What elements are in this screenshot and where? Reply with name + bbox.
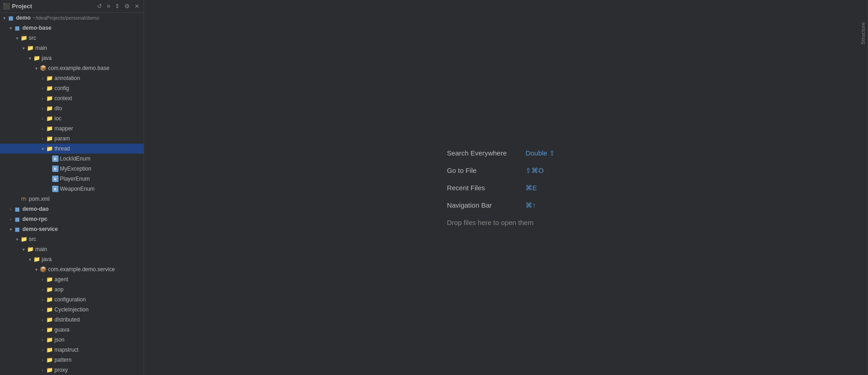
arrow-main-2[interactable] — [20, 247, 27, 252]
arrow-demo-base[interactable] — [7, 26, 14, 31]
collapse-all-button[interactable]: ≡ — [105, 2, 112, 11]
arrow-agent[interactable] — [39, 277, 46, 282]
tree-item-demo-service[interactable]: ◼ demo-service — [0, 224, 144, 234]
enum-icon-WeaponEnum: E — [52, 186, 59, 192]
arrow-CycleInjection[interactable] — [39, 307, 46, 312]
arrow-demo-service[interactable] — [7, 227, 14, 232]
tree-item-src-2[interactable]: 📁 src — [0, 234, 144, 244]
tree-item-json[interactable]: 📁 json — [0, 335, 144, 345]
tree-item-guava[interactable]: 📁 guava — [0, 325, 144, 335]
go-to-file-label: Go to File — [447, 166, 520, 174]
arrow-annotation[interactable] — [39, 76, 46, 81]
tree-item-MyException[interactable]: E MyException — [0, 164, 144, 174]
label-pattern: pattern — [54, 357, 71, 363]
tree-item-main-2[interactable]: 📁 main — [0, 244, 144, 254]
arrow-java-2[interactable] — [27, 257, 33, 262]
search-everywhere-row: Search Everywhere Double ⇧ — [447, 149, 555, 157]
tree-item-proxy[interactable]: 📁 proxy — [0, 365, 144, 375]
folder-icon-CycleInjection: 📁 — [46, 306, 53, 313]
tree-item-CycleInjection[interactable]: 📁 CycleInjection — [0, 305, 144, 315]
arrow-src-2[interactable] — [14, 237, 20, 242]
tree-item-LockIdEnum[interactable]: E LockIdEnum — [0, 154, 144, 164]
arrow-pkg-service[interactable] — [33, 267, 39, 272]
arrow-pkg-base[interactable] — [33, 66, 39, 71]
tree-item-java-2[interactable]: 📁 java — [0, 254, 144, 264]
recent-files-shortcut: ⌘E — [525, 184, 537, 192]
drop-files-label: Drop files here to open them — [447, 219, 555, 226]
tree-item-pkg-service[interactable]: 📦 com.example.demo.service — [0, 264, 144, 274]
enum-icon-LockIdEnum: E — [52, 155, 59, 162]
tree-item-PlayerEnum[interactable]: E PlayerEnum — [0, 174, 144, 184]
tree-item-pattern[interactable]: 📁 pattern — [0, 355, 144, 365]
tree-item-context[interactable]: 📁 context — [0, 93, 144, 103]
main-editor-area: Search Everywhere Double ⇧ Go to File ⇧⌘… — [144, 0, 858, 375]
folder-icon-thread: 📁 — [46, 145, 53, 152]
arrow-aop[interactable] — [39, 287, 46, 292]
arrow-demo-rpc[interactable] — [7, 217, 14, 222]
arrow-json[interactable] — [39, 338, 46, 343]
label-guava: guava — [54, 327, 70, 333]
tree-item-agent[interactable]: 📁 agent — [0, 274, 144, 284]
arrow-ioc[interactable] — [39, 116, 46, 121]
arrow-main-1[interactable] — [20, 46, 27, 51]
label-configuration: configuration — [54, 296, 86, 303]
expand-all-button[interactable]: ⇕ — [113, 2, 121, 11]
settings-button[interactable]: ⚙ — [123, 2, 131, 11]
tree-item-mapper[interactable]: 📁 mapper — [0, 123, 144, 134]
tree-item-ioc[interactable]: 📁 ioc — [0, 113, 144, 123]
tree-item-demo-dao[interactable]: ◼ demo-dao — [0, 204, 144, 214]
java-folder-icon: 📁 — [33, 54, 40, 62]
navigation-bar-shortcut: ⌘↑ — [525, 201, 536, 209]
tree-item-WeaponEnum[interactable]: E WeaponEnum — [0, 184, 144, 194]
tree-item-annotation[interactable]: 📁 annotation — [0, 73, 144, 83]
tree-item-pom-xml[interactable]: 𝗆 pom.xml — [0, 194, 144, 204]
folder-icon-pattern: 📁 — [46, 356, 53, 364]
folder-icon-dto: 📁 — [46, 105, 53, 112]
tree-item-configuration[interactable]: 📁 configuration — [0, 295, 144, 305]
reload-button[interactable]: ↺ — [96, 2, 103, 11]
tree-item-distributed[interactable]: 📁 distributed — [0, 315, 144, 325]
tree-item-aop[interactable]: 📁 aop — [0, 284, 144, 295]
arrow-guava[interactable] — [39, 327, 46, 332]
arrow-param[interactable] — [39, 136, 46, 141]
arrow-dto[interactable] — [39, 106, 46, 111]
arrow-proxy[interactable] — [39, 368, 46, 373]
label-CycleInjection: CycleInjection — [54, 306, 89, 313]
tree-item-mapstruct[interactable]: 📁 mapstruct — [0, 345, 144, 355]
label-java-1: java — [42, 55, 52, 61]
label-pom-xml: pom.xml — [29, 196, 49, 202]
project-icon: ⬛ — [3, 3, 10, 10]
tree-item-java-1[interactable]: 📁 java — [0, 53, 144, 63]
arrow-context[interactable] — [39, 96, 46, 101]
close-button[interactable]: ✕ — [133, 2, 141, 11]
label-mapper: mapper — [54, 125, 73, 132]
arrow-config[interactable] — [39, 86, 46, 91]
recent-files-row: Recent Files ⌘E — [447, 184, 555, 192]
arrow-demo-root[interactable] — [1, 16, 7, 21]
tree-item-demo-root[interactable]: ◼ demo ~/ideaProjects/personal/demo — [0, 13, 144, 23]
arrow-thread[interactable] — [39, 146, 46, 151]
tree-item-pkg-base[interactable]: 📦 com.example.demo.base — [0, 63, 144, 73]
java-folder-icon-2: 📁 — [33, 256, 40, 263]
arrow-configuration[interactable] — [39, 297, 46, 302]
tree-item-dto[interactable]: 📁 dto — [0, 103, 144, 113]
arrow-pattern[interactable] — [39, 358, 46, 363]
package-icon-base: 📦 — [39, 64, 47, 72]
arrow-src-1[interactable] — [14, 36, 20, 41]
tree-item-demo-rpc[interactable]: ◼ demo-rpc — [0, 214, 144, 224]
tree-item-thread[interactable]: 📁 thread — [0, 144, 144, 154]
tree-item-src-1[interactable]: 📁 src — [0, 33, 144, 43]
label-main-2: main — [35, 246, 47, 252]
arrow-distributed[interactable] — [39, 317, 46, 322]
arrow-java-1[interactable] — [27, 56, 33, 61]
label-distributed: distributed — [54, 316, 80, 323]
tree-item-main-1[interactable]: 📁 main — [0, 43, 144, 53]
arrow-mapper[interactable] — [39, 126, 46, 131]
tree-item-config[interactable]: 📁 config — [0, 83, 144, 93]
folder-icon-agent: 📁 — [46, 276, 53, 283]
tree-item-demo-base[interactable]: ◼ demo-base — [0, 23, 144, 33]
label-context: context — [54, 95, 72, 102]
arrow-demo-dao[interactable] — [7, 207, 14, 212]
tree-item-param[interactable]: 📁 param — [0, 134, 144, 144]
arrow-mapstruct[interactable] — [39, 348, 46, 353]
